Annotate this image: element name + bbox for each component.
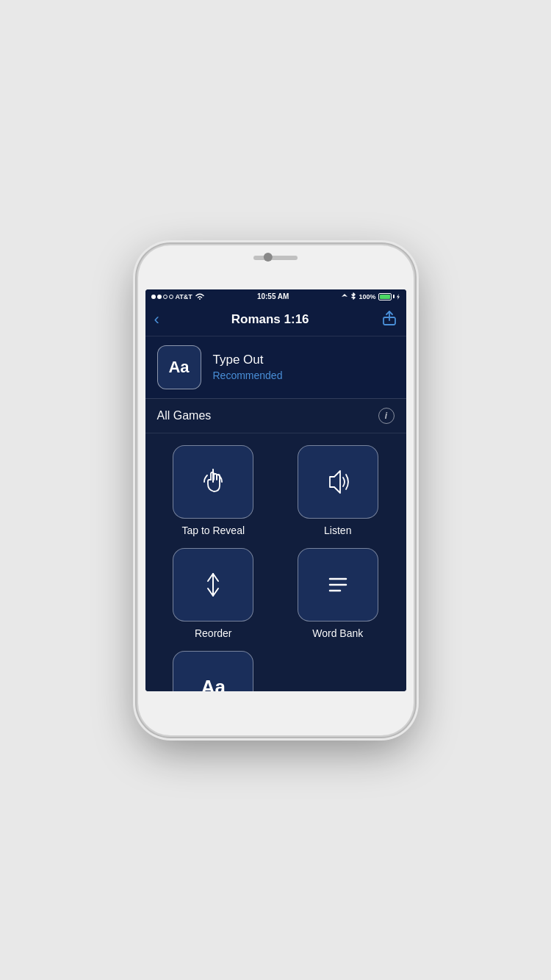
wifi-icon: [195, 292, 205, 300]
game-cell-listen[interactable]: Listen: [281, 445, 395, 536]
info-icon-label: i: [385, 411, 387, 420]
camera: [264, 253, 273, 262]
game-cell-type-out[interactable]: Aa Type Out: [157, 651, 270, 691]
game-cell-reorder[interactable]: Reorder: [157, 548, 270, 639]
reorder-label: Reorder: [195, 627, 232, 639]
signal-dot-1: [151, 295, 156, 299]
status-left: AT&T: [151, 292, 205, 300]
location-icon: [341, 293, 348, 300]
listen-label: Listen: [324, 525, 351, 536]
reorder-icon-box: [173, 548, 253, 621]
word-bank-label: Word Bank: [312, 627, 363, 639]
status-right: 100%: [341, 292, 400, 301]
status-bar: AT&T 10:55 AM 100%: [145, 289, 406, 304]
recommended-title: Type Out: [213, 353, 283, 367]
info-button[interactable]: i: [378, 408, 395, 424]
back-button[interactable]: ‹: [154, 311, 159, 328]
game-cell-word-bank[interactable]: Word Bank: [281, 548, 395, 639]
battery-fill: [380, 295, 390, 299]
svg-marker-1: [330, 471, 340, 493]
carrier-label: AT&T: [176, 293, 192, 300]
recommended-icon: Aa: [157, 345, 201, 389]
listen-icon-box: [298, 445, 378, 519]
battery-percent: 100%: [359, 293, 375, 300]
tap-to-reveal-label: Tap to Reveal: [181, 525, 245, 536]
all-games-section: All Games i: [145, 399, 406, 691]
games-grid: Tap to Reveal Listen: [145, 433, 406, 691]
battery-container: [378, 293, 400, 300]
all-games-title: All Games: [157, 409, 212, 422]
page-title: Romans 1:16: [231, 312, 309, 327]
word-bank-icon: [320, 566, 356, 603]
screen: AT&T 10:55 AM 100%: [145, 289, 406, 691]
share-icon: [381, 310, 397, 326]
reorder-icon: [195, 566, 231, 603]
recommended-item[interactable]: Aa Type Out Recommended: [157, 345, 395, 389]
word-bank-icon-box: [298, 548, 378, 621]
tap-icon: [195, 464, 231, 500]
recommended-text: Type Out Recommended: [213, 353, 283, 381]
all-games-header: All Games i: [145, 399, 406, 433]
signal-dot-2: [157, 295, 162, 299]
battery-tip: [393, 295, 395, 298]
recommended-section: Aa Type Out Recommended: [145, 336, 406, 398]
recommended-icon-label: Aa: [168, 358, 189, 377]
signal-dots: [151, 295, 173, 299]
phone-frame: AT&T 10:55 AM 100%: [138, 245, 414, 735]
tap-to-reveal-icon-box: [173, 445, 253, 519]
bluetooth-icon: [350, 292, 356, 301]
charging-icon: [396, 293, 400, 300]
signal-dot-4: [169, 295, 173, 299]
type-out-icon-box: Aa: [173, 651, 253, 691]
status-time: 10:55 AM: [257, 292, 289, 300]
game-cell-tap-to-reveal[interactable]: Tap to Reveal: [157, 445, 270, 536]
signal-dot-3: [163, 295, 168, 299]
nav-bar: ‹ Romans 1:16: [145, 304, 406, 336]
listen-icon: [320, 464, 356, 500]
share-button[interactable]: [381, 310, 397, 329]
type-out-icon-label: Aa: [201, 676, 226, 691]
battery-body: [378, 293, 392, 300]
recommended-badge: Recommended: [213, 370, 283, 381]
